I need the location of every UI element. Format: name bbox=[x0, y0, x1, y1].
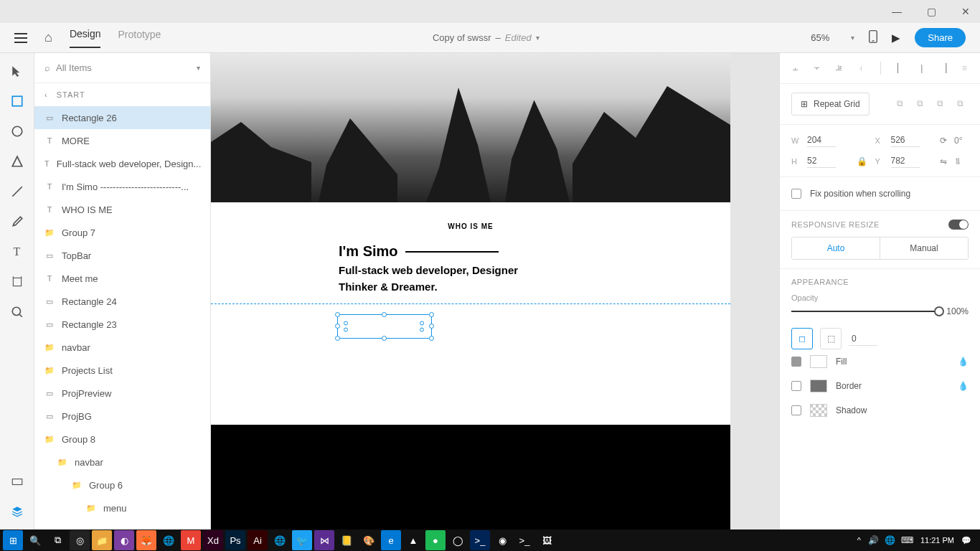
select-tool-icon[interactable] bbox=[11, 65, 24, 77]
border-checkbox[interactable] bbox=[791, 381, 801, 391]
rotation-input[interactable]: 0° bbox=[954, 136, 962, 146]
layers-list[interactable]: ▭Rectangle 26TMORETFull-stack web develo… bbox=[34, 106, 210, 529]
flip-v-icon[interactable]: ⥮ bbox=[954, 156, 961, 166]
corner-radius-input[interactable]: 0 bbox=[849, 332, 877, 346]
resize-handle[interactable] bbox=[335, 336, 340, 341]
shadow-color-swatch[interactable] bbox=[810, 404, 827, 417]
ellipse-tool-icon[interactable] bbox=[11, 125, 24, 138]
taskbar-app[interactable]: M bbox=[181, 530, 201, 550]
fill-color-swatch[interactable] bbox=[810, 355, 827, 368]
resize-handle[interactable] bbox=[382, 336, 387, 341]
fill-checkbox[interactable] bbox=[791, 357, 801, 367]
taskbar-app[interactable]: ◯ bbox=[448, 530, 468, 550]
height-input[interactable]: 52 bbox=[807, 154, 836, 168]
canvas-area[interactable]: WHO IS ME I'm Simo Full-stack web develo… bbox=[211, 53, 779, 529]
taskbar-app[interactable]: 📁 bbox=[92, 530, 112, 550]
zoom-tool-icon[interactable] bbox=[11, 306, 24, 319]
taskbar-app[interactable]: ▲ bbox=[403, 530, 423, 550]
home-icon[interactable]: ⌂ bbox=[44, 30, 52, 45]
distribute-v-icon[interactable]: ⫞ bbox=[856, 62, 864, 74]
layer-item[interactable]: 📁Group 7 bbox=[34, 221, 210, 244]
border-color-swatch[interactable] bbox=[810, 380, 827, 392]
layers-back-button[interactable]: ‹ START bbox=[34, 83, 210, 106]
taskbar-app[interactable]: 🔍 bbox=[25, 530, 45, 550]
layer-item[interactable]: ▭ProjBG bbox=[34, 405, 210, 428]
taskbar-app[interactable]: ◎ bbox=[70, 530, 90, 550]
taskbar-app[interactable]: >_ bbox=[514, 530, 534, 550]
layers-icon[interactable] bbox=[11, 505, 24, 518]
assets-icon[interactable] bbox=[11, 475, 24, 488]
x-input[interactable]: 526 bbox=[891, 133, 920, 147]
eyedropper-icon[interactable]: 💧 bbox=[958, 357, 969, 367]
shadow-checkbox[interactable] bbox=[791, 405, 801, 415]
taskbar-app[interactable]: ⋈ bbox=[314, 530, 334, 550]
device-preview-icon[interactable] bbox=[869, 30, 877, 45]
layer-item[interactable]: ▭Rectangle 26 bbox=[34, 106, 210, 129]
artboard-tool-icon[interactable] bbox=[11, 276, 24, 288]
align-vcenter-icon[interactable]: ⫟ bbox=[813, 62, 821, 74]
chevron-down-icon[interactable]: ▾ bbox=[197, 64, 200, 72]
taskbar-app[interactable]: >_ bbox=[470, 530, 490, 550]
resize-handle[interactable] bbox=[335, 324, 340, 329]
taskbar-app[interactable]: 🌐 bbox=[270, 530, 290, 550]
align-top-icon[interactable]: ⫠ bbox=[791, 62, 800, 74]
resize-handle[interactable] bbox=[429, 312, 434, 317]
resize-auto-button[interactable]: Auto bbox=[792, 237, 880, 259]
taskbar-app[interactable]: ⊞ bbox=[3, 530, 23, 550]
taskbar-app[interactable]: 🖼 bbox=[537, 530, 557, 550]
resize-handle[interactable] bbox=[429, 336, 434, 341]
tray-volume-icon[interactable]: 🔊 bbox=[868, 535, 879, 545]
align-hcenter-icon[interactable]: | bbox=[918, 62, 926, 74]
resize-handle[interactable] bbox=[335, 312, 340, 317]
share-button[interactable]: Share bbox=[915, 28, 966, 47]
tab-design[interactable]: Design bbox=[70, 28, 101, 48]
artboard[interactable]: WHO IS ME I'm Simo Full-stack web develo… bbox=[211, 53, 730, 529]
close-button[interactable]: ✕ bbox=[957, 3, 974, 20]
document-title[interactable]: Copy of swssr – Edited ▾ bbox=[433, 32, 540, 43]
resize-handle[interactable] bbox=[429, 324, 434, 329]
responsive-toggle[interactable] bbox=[948, 220, 969, 230]
taskbar-time[interactable]: 11:21 PM bbox=[920, 536, 954, 545]
taskbar-app[interactable]: ⧉ bbox=[47, 530, 67, 550]
tab-prototype[interactable]: Prototype bbox=[118, 29, 161, 47]
layer-item[interactable]: 📁Projects List bbox=[34, 359, 210, 382]
lock-aspect-icon[interactable]: 🔒 bbox=[857, 156, 867, 166]
zoom-select[interactable]: 65% ▾ bbox=[811, 32, 854, 43]
layer-item[interactable]: TFull-stack web developer, Design... bbox=[34, 152, 210, 175]
fix-position-checkbox[interactable] bbox=[791, 189, 801, 199]
hamburger-menu-icon[interactable] bbox=[14, 33, 27, 43]
selection-box[interactable] bbox=[337, 314, 432, 339]
taskbar-app[interactable]: ◐ bbox=[114, 530, 134, 550]
polygon-tool-icon[interactable] bbox=[11, 155, 24, 168]
boolean-subtract-icon[interactable]: ⧉ bbox=[917, 98, 928, 110]
layer-item[interactable]: ▭Rectangle 24 bbox=[34, 290, 210, 313]
tray-network-icon[interactable]: 🌐 bbox=[885, 535, 895, 545]
taskbar-app[interactable]: 🦊 bbox=[136, 530, 156, 550]
layer-item[interactable]: ▭TopBar bbox=[34, 244, 210, 267]
layer-item[interactable]: TI'm Simo --------------------------... bbox=[34, 175, 210, 198]
play-icon[interactable]: ▶ bbox=[892, 32, 900, 44]
taskbar-app[interactable]: 🌐 bbox=[159, 530, 179, 550]
layer-item[interactable]: ▭Rectangle 23 bbox=[34, 313, 210, 336]
taskbar-app[interactable]: 📒 bbox=[336, 530, 357, 550]
eyedropper-icon[interactable]: 💧 bbox=[958, 381, 969, 391]
layers-search[interactable]: ⌕ All Items ▾ bbox=[34, 53, 210, 83]
layer-item[interactable]: 📁Group 6 bbox=[34, 474, 210, 496]
opacity-slider[interactable] bbox=[791, 311, 939, 312]
corner-all-button[interactable]: ◻ bbox=[791, 328, 813, 349]
layer-item[interactable]: 📁Group 8 bbox=[34, 428, 210, 451]
taskbar-app[interactable]: Ps bbox=[225, 530, 245, 550]
line-tool-icon[interactable] bbox=[11, 185, 24, 198]
align-left-icon[interactable]: ▏ bbox=[896, 62, 905, 74]
chevron-down-icon[interactable]: ▾ bbox=[536, 34, 540, 42]
text-tool-icon[interactable]: T bbox=[11, 245, 24, 258]
pen-tool-icon[interactable] bbox=[11, 215, 24, 228]
corner-radius-handle[interactable] bbox=[344, 321, 349, 332]
layer-item[interactable]: 📁navbar bbox=[34, 336, 210, 359]
taskbar-app[interactable]: Ai bbox=[248, 530, 268, 550]
taskbar-app[interactable]: 🎨 bbox=[359, 530, 379, 550]
layer-item[interactable]: TMeet me bbox=[34, 267, 210, 290]
resize-manual-button[interactable]: Manual bbox=[880, 237, 968, 259]
corner-independent-button[interactable]: ⬚ bbox=[820, 328, 842, 349]
rectangle-tool-icon[interactable] bbox=[11, 95, 24, 108]
